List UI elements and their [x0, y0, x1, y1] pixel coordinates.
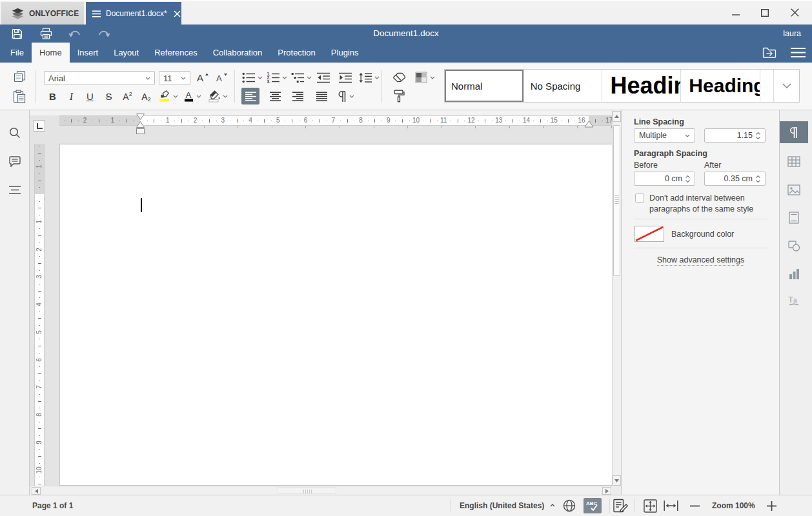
open-file-location-button[interactable] — [755, 46, 784, 59]
increase-font-button[interactable]: A — [194, 70, 212, 85]
image-settings-icon[interactable] — [780, 179, 808, 201]
tab-plugins[interactable]: Plugins — [323, 43, 367, 63]
font-color-button[interactable]: A — [181, 88, 204, 104]
thumb-grip — [305, 490, 306, 493]
vruler-number: 1 — [36, 217, 43, 226]
spacing-before-spinner[interactable]: 0 cm — [634, 172, 695, 186]
hruler-subtick — [407, 126, 408, 128]
paragraph-color-button[interactable] — [412, 70, 438, 85]
paragraph-settings-icon[interactable] — [780, 121, 808, 143]
tab-file[interactable]: File — [3, 43, 32, 63]
style-heading-1[interactable]: Heading 1 — [602, 70, 682, 102]
bullets-button[interactable] — [240, 70, 264, 85]
hruler-tick — [430, 119, 431, 123]
vertical-scroll-thumb[interactable] — [613, 125, 620, 276]
align-left-button[interactable] — [241, 88, 259, 104]
table-settings-icon[interactable] — [780, 150, 808, 172]
decrease-font-button[interactable]: A — [213, 70, 231, 85]
window-minimize-button[interactable] — [726, 1, 746, 25]
fit-to-page-button[interactable] — [644, 499, 657, 513]
tab-layout[interactable]: Layout — [106, 43, 147, 63]
font-size-combo[interactable]: 11 — [159, 71, 190, 85]
tab-stop-selector[interactable] — [34, 120, 45, 132]
paste-button[interactable] — [9, 87, 30, 105]
numbering-button[interactable]: 1.2.3. — [265, 70, 289, 85]
justify-button[interactable] — [312, 88, 330, 104]
underline-button[interactable]: U — [81, 88, 99, 104]
header-footer-settings-icon[interactable] — [780, 206, 808, 228]
window-maximize-button[interactable] — [755, 1, 775, 25]
superscript-button[interactable]: A2 — [119, 88, 136, 104]
highlight-color-button[interactable] — [156, 88, 179, 104]
before-label: Before — [634, 161, 658, 170]
line-spacing-select[interactable]: Multiple — [634, 128, 695, 143]
page-indicator[interactable]: Page 1 of 1 — [32, 495, 73, 516]
interval-checkbox[interactable] — [635, 194, 644, 203]
style-heading-2[interactable]: Heading 2 — [681, 70, 760, 102]
tab-protection[interactable]: Protection — [270, 43, 323, 63]
chart-settings-icon[interactable] — [780, 263, 808, 284]
right-indent-marker[interactable] — [584, 121, 594, 128]
zoom-in-button[interactable] — [767, 501, 776, 511]
vruler-tick — [38, 346, 41, 346]
window-close-button[interactable] — [785, 1, 804, 25]
subscript-button[interactable]: A2 — [137, 88, 155, 104]
scroll-up-button[interactable] — [613, 111, 621, 122]
document-tab[interactable]: Document1.docx* — [86, 2, 181, 25]
comments-icon[interactable] — [0, 150, 29, 173]
italic-button[interactable]: I — [63, 88, 80, 104]
scroll-down-button[interactable] — [613, 475, 621, 486]
spacing-after-spinner[interactable]: 0.35 cm — [704, 172, 766, 186]
style-normal[interactable]: Normal — [445, 70, 524, 102]
zoom-level[interactable]: Zoom 100% — [712, 495, 755, 516]
set-language-globe-icon[interactable] — [563, 499, 576, 512]
increase-indent-button[interactable] — [336, 70, 354, 85]
document-page[interactable] — [59, 144, 612, 486]
decrease-indent-button[interactable] — [314, 70, 332, 85]
tab-insert[interactable]: Insert — [70, 43, 107, 63]
language-selector[interactable]: English (United States) — [460, 495, 544, 516]
vruler-number: 9 — [36, 438, 43, 447]
vertical-ruler[interactable]: 112345678910 — [34, 144, 45, 495]
scroll-left-button[interactable] — [32, 487, 41, 495]
scroll-right-button[interactable] — [602, 487, 611, 495]
copy-style-button[interactable] — [389, 88, 409, 104]
spell-checking-button[interactable]: ABC — [584, 498, 602, 513]
align-right-button[interactable] — [289, 88, 307, 104]
fit-to-width-button[interactable] — [664, 499, 678, 512]
nonprinting-characters-button[interactable] — [334, 88, 358, 104]
interval-checkbox-label[interactable]: Don't add interval between paragraphs of… — [649, 193, 758, 215]
zoom-out-button[interactable] — [690, 501, 700, 511]
multilevel-list-button[interactable] — [290, 70, 313, 85]
horizontal-scrollbar[interactable] — [30, 486, 612, 495]
text-art-settings-icon[interactable]: Ta — [780, 290, 808, 312]
styles-gallery-expand-button[interactable] — [774, 70, 799, 102]
hruler-number: 11 — [440, 116, 447, 125]
header-menu-icon[interactable] — [784, 47, 812, 58]
font-name-combo[interactable]: Arial — [44, 71, 155, 85]
navigation-icon[interactable] — [0, 178, 29, 201]
vruler-tick — [39, 408, 40, 408]
shape-settings-icon[interactable] — [780, 235, 808, 257]
tab-home[interactable]: Home — [32, 43, 70, 63]
advanced-settings-link[interactable]: Show advanced settings — [622, 255, 780, 264]
shading-color-button[interactable] — [205, 88, 230, 104]
tab-references[interactable]: References — [147, 43, 205, 63]
line-spacing-value-spinner[interactable]: 1.15 — [704, 128, 766, 143]
background-color-swatch[interactable] — [634, 226, 664, 242]
strikethrough-button[interactable]: S — [100, 88, 117, 104]
copy-button[interactable] — [9, 68, 30, 84]
align-center-button[interactable] — [266, 88, 284, 104]
track-changes-button[interactable] — [613, 499, 628, 513]
line-spacing-button[interactable] — [357, 70, 381, 85]
clear-style-button[interactable] — [389, 70, 409, 85]
indent-markers[interactable] — [136, 114, 145, 137]
tab-collaboration[interactable]: Collaboration — [205, 43, 270, 63]
style-no-spacing[interactable]: No Spacing — [524, 70, 602, 102]
horizontal-scroll-thumb[interactable] — [278, 487, 336, 494]
vertical-scrollbar[interactable] — [612, 110, 621, 486]
bold-button[interactable]: B — [44, 88, 61, 104]
tab-close-icon[interactable] — [174, 10, 181, 17]
user-name[interactable]: laura — [783, 25, 801, 43]
search-icon[interactable] — [0, 121, 29, 144]
